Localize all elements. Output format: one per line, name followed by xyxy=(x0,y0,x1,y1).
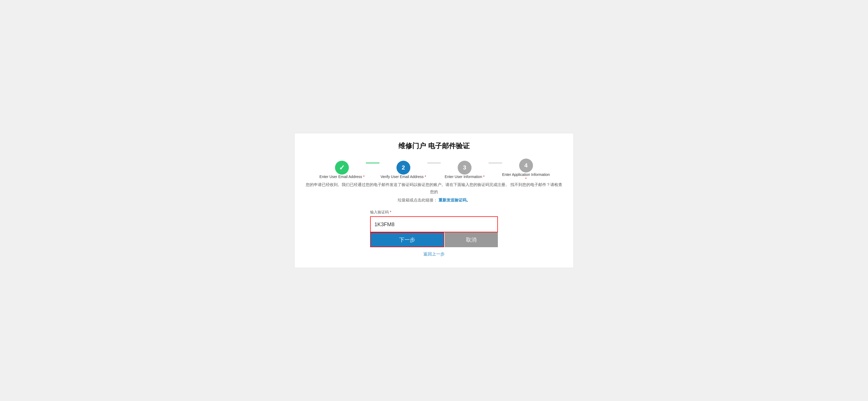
step-node-2: 2 Verify User Email Address * xyxy=(379,161,427,179)
page-title: 维修门户 电子邮件验证 xyxy=(305,141,563,151)
connector-2 xyxy=(427,162,441,163)
next-button[interactable]: 下一步 xyxy=(370,232,444,247)
step-circle-3: 3 xyxy=(458,161,471,175)
body-content: 您的申请已经收到。我们已经通过您的电子邮件发送了验证码以验证您的账户。请在下面输… xyxy=(305,181,563,204)
buttons-row: 下一步 取消 xyxy=(370,232,498,247)
form-area: 输入验证码 * 下一步 取消 返回上一步 xyxy=(305,210,563,257)
connector-1 xyxy=(366,162,379,163)
step-circle-2: 2 xyxy=(397,161,410,175)
step1-label: Enter User Email Address * xyxy=(318,175,366,179)
step-node-1: ✓ Enter User Email Address * xyxy=(318,161,366,179)
field-label: 输入验证码 * xyxy=(370,210,498,215)
step-circle-1: ✓ xyxy=(335,161,349,175)
page-container: 维修门户 电子邮件验证 ✓ Enter User Email Address *… xyxy=(294,133,574,268)
step-node-3: 3 Enter User Information * xyxy=(441,161,489,179)
verification-code-input[interactable] xyxy=(370,216,498,232)
step3-label: Enter User Information * xyxy=(441,175,489,179)
stepper: ✓ Enter User Email Address * 2 Verify Us… xyxy=(305,159,563,181)
stepper-circles-row: ✓ Enter User Email Address * 2 Verify Us… xyxy=(318,159,550,181)
step4-label: Enter Application Information * xyxy=(502,173,550,181)
resend-link[interactable]: 重新发送验证码。 xyxy=(438,198,470,202)
step-circle-4: 4 xyxy=(519,159,533,173)
cancel-button[interactable]: 取消 xyxy=(445,232,498,247)
info-text-line2: 垃圾箱或点击此链接： 重新发送验证码。 xyxy=(305,196,563,204)
info-text-line1: 您的申请已经收到。我们已经通过您的电子邮件发送了验证码以验证您的账户。请在下面输… xyxy=(305,181,563,195)
step2-label: Verify User Email Address * xyxy=(379,175,427,179)
step-node-4: 4 Enter Application Information * xyxy=(502,159,550,181)
checkmark-icon: ✓ xyxy=(339,164,345,172)
verification-field-wrapper: 输入验证码 * xyxy=(370,210,498,232)
connector-3 xyxy=(489,162,502,163)
back-link[interactable]: 返回上一步 xyxy=(423,251,445,257)
